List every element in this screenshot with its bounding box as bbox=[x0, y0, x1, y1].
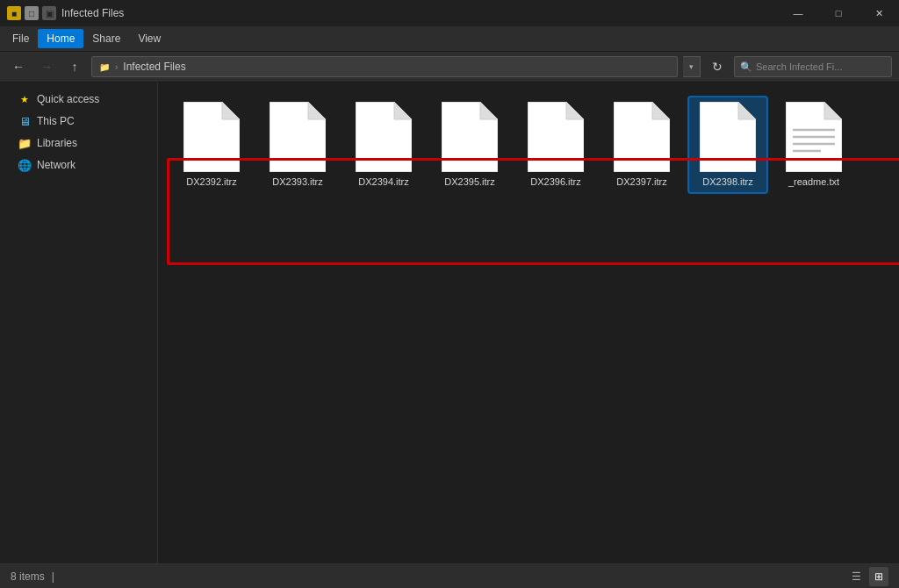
address-path[interactable]: 📁 › Infected Files bbox=[91, 56, 678, 77]
details-view-button[interactable]: ☰ bbox=[846, 567, 866, 586]
sidebar-label-network: Network bbox=[37, 159, 76, 171]
file-item-dx2395[interactable]: DX2395.itrz bbox=[430, 97, 509, 193]
large-icons-view-button[interactable]: ⊞ bbox=[869, 567, 888, 586]
sidebar-item-libraries[interactable]: 📁 Libraries bbox=[4, 133, 154, 154]
sidebar-item-network[interactable]: 🌐 Network bbox=[4, 154, 154, 176]
file-area[interactable]: DX2392.itrz DX2393.itrz bbox=[158, 82, 899, 563]
menu-bar: File Home Share View bbox=[0, 26, 899, 51]
maximize-button[interactable]: □ bbox=[818, 0, 859, 26]
file-icon-dx2393 bbox=[270, 102, 326, 172]
title-bar-left: ■ □ ▣ Infected Files bbox=[7, 6, 124, 20]
view-controls: ☰ ⊞ bbox=[846, 567, 888, 586]
file-name-dx2396: DX2396.itrz bbox=[530, 176, 580, 188]
svg-marker-15 bbox=[824, 102, 842, 119]
search-placeholder: Search Infected Fi... bbox=[756, 61, 842, 72]
file-name-dx2395: DX2395.itrz bbox=[444, 176, 494, 188]
forward-button[interactable]: → bbox=[35, 55, 58, 78]
svg-marker-1 bbox=[222, 102, 240, 119]
file-name-readme: _readme.txt bbox=[788, 176, 839, 188]
file-icon-readme bbox=[786, 102, 842, 172]
refresh-button[interactable]: ↻ bbox=[706, 55, 729, 78]
sidebar-item-this-pc[interactable]: 🖥 This PC bbox=[4, 111, 154, 132]
file-icon-dx2398 bbox=[700, 102, 756, 172]
address-dropdown-button[interactable]: ▾ bbox=[683, 56, 701, 77]
app-icon-3: ▣ bbox=[42, 6, 56, 20]
sidebar-label-libraries: Libraries bbox=[37, 137, 77, 149]
menu-home[interactable]: Home bbox=[38, 29, 83, 48]
svg-marker-13 bbox=[738, 102, 756, 119]
file-name-dx2397: DX2397.itrz bbox=[616, 176, 666, 188]
svg-marker-5 bbox=[394, 102, 412, 119]
svg-marker-7 bbox=[480, 102, 498, 119]
sidebar-label-quick-access: Quick access bbox=[37, 93, 99, 105]
svg-marker-3 bbox=[308, 102, 326, 119]
search-icon: 🔍 bbox=[740, 61, 752, 73]
svg-marker-9 bbox=[566, 102, 584, 119]
sidebar-label-this-pc: This PC bbox=[37, 115, 75, 127]
file-item-readme[interactable]: _readme.txt bbox=[774, 97, 853, 193]
path-current: Infected Files bbox=[123, 61, 185, 73]
menu-file[interactable]: File bbox=[4, 29, 38, 48]
close-button[interactable]: ✕ bbox=[859, 0, 899, 26]
sidebar: ★ Quick access 🖥 This PC 📁 Libraries 🌐 N… bbox=[0, 82, 158, 563]
path-folder-icon: 📁 bbox=[99, 62, 110, 72]
search-box[interactable]: 🔍 Search Infected Fi... bbox=[734, 56, 892, 77]
file-name-dx2393: DX2393.itrz bbox=[272, 176, 322, 188]
file-icon-dx2394 bbox=[356, 102, 412, 172]
svg-marker-11 bbox=[652, 102, 670, 119]
minimize-button[interactable]: — bbox=[778, 0, 818, 26]
status-bar: 8 items | ☰ ⊞ bbox=[0, 563, 899, 588]
sidebar-item-quick-access[interactable]: ★ Quick access bbox=[4, 89, 154, 110]
this-pc-icon: 🖥 bbox=[18, 114, 32, 128]
status-separator: | bbox=[52, 570, 54, 583]
file-item-dx2396[interactable]: DX2396.itrz bbox=[516, 97, 595, 193]
back-button[interactable]: ← bbox=[7, 55, 30, 78]
file-name-dx2394: DX2394.itrz bbox=[358, 176, 408, 188]
title-bar: ■ □ ▣ Infected Files — □ ✕ bbox=[0, 0, 899, 26]
files-container: DX2392.itrz DX2393.itrz bbox=[172, 97, 885, 193]
file-icon-dx2395 bbox=[442, 102, 498, 172]
title-bar-icons: ■ □ ▣ bbox=[7, 6, 56, 20]
file-item-dx2394[interactable]: DX2394.itrz bbox=[344, 97, 423, 193]
app-icon-1: ■ bbox=[7, 6, 21, 20]
file-icon-dx2397 bbox=[614, 102, 670, 172]
menu-share[interactable]: Share bbox=[83, 29, 129, 48]
address-bar: ← → ↑ 📁 › Infected Files ▾ ↻ 🔍 Search In… bbox=[0, 51, 899, 82]
item-count: 8 items bbox=[11, 570, 45, 583]
title-bar-controls: — □ ✕ bbox=[778, 0, 899, 26]
path-separator: › bbox=[115, 62, 118, 72]
menu-view[interactable]: View bbox=[129, 29, 169, 48]
libraries-icon: 📁 bbox=[18, 136, 32, 150]
file-name-dx2392: DX2392.itrz bbox=[186, 176, 236, 188]
main-area: ★ Quick access 🖥 This PC 📁 Libraries 🌐 N… bbox=[0, 82, 899, 563]
file-item-dx2397[interactable]: DX2397.itrz bbox=[602, 97, 681, 193]
file-icon-dx2392 bbox=[183, 102, 240, 172]
window-title: Infected Files bbox=[61, 7, 124, 19]
app-icon-2: □ bbox=[25, 6, 39, 20]
file-item-dx2398[interactable]: DX2398.itrz bbox=[688, 97, 767, 193]
file-item-dx2393[interactable]: DX2393.itrz bbox=[258, 97, 337, 193]
file-icon-dx2396 bbox=[528, 102, 584, 172]
file-name-dx2398: DX2398.itrz bbox=[702, 176, 752, 188]
quick-access-icon: ★ bbox=[18, 92, 32, 106]
up-button[interactable]: ↑ bbox=[63, 55, 86, 78]
file-item-dx2392[interactable]: DX2392.itrz bbox=[172, 97, 251, 193]
network-icon: 🌐 bbox=[18, 158, 32, 172]
